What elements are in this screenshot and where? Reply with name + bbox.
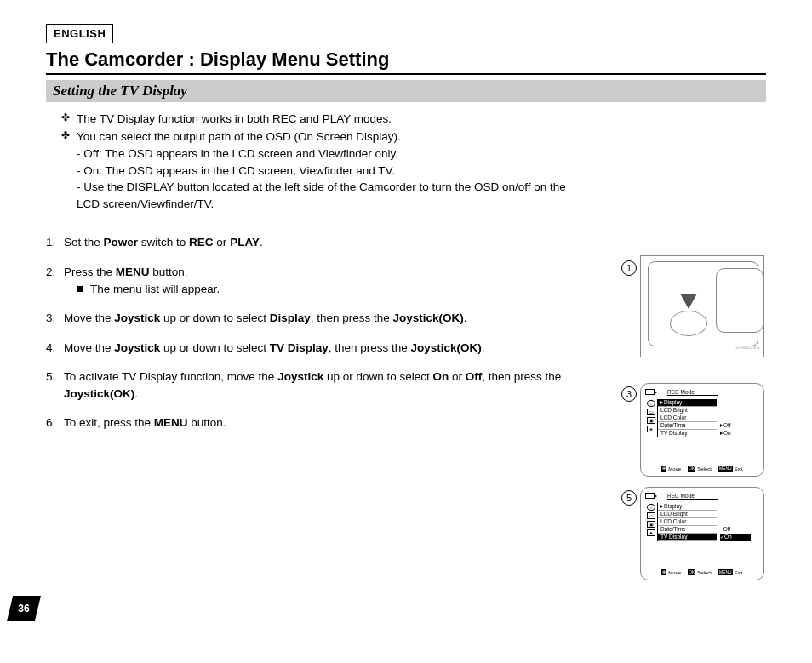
bullet-icon: ✤ xyxy=(61,111,77,125)
step-badge-5: 5 xyxy=(621,490,637,506)
bullet-text: The TV Display function works in both RE… xyxy=(77,111,392,128)
osd-item-display: Display xyxy=(658,503,717,511)
osd-item-tv-display: TV Display xyxy=(658,430,717,437)
figure-osd-3: 3 REC Mode ☼ ▭ ▣ ◈ Display LCD Bright LC… xyxy=(640,383,764,477)
osd-screen: REC Mode ☼ ▭ ▣ ◈ Display LCD Bright LCD … xyxy=(640,383,764,477)
osd-opt-on: ✓On xyxy=(720,534,751,541)
figure-camcorder: 1 SAMSUNG xyxy=(640,255,764,357)
step-badge-3: 3 xyxy=(621,386,637,402)
bullet-sub: - Off: The OSD appears in the LCD screen… xyxy=(61,146,591,163)
osd-footer: Move OKSelect MENUExit xyxy=(641,569,763,575)
bullet-text: You can select the output path of the OS… xyxy=(77,129,401,146)
osd-category-icons: ☼ ▭ ▣ ◈ xyxy=(645,503,657,541)
language-label: ENGLISH xyxy=(46,24,113,43)
bullet-icon: ✤ xyxy=(61,129,77,143)
osd-opt-on: On xyxy=(720,430,751,437)
step-badge-1: 1 xyxy=(621,260,637,276)
osd-menu-list: Display LCD Bright LCD Color Date/Time T… xyxy=(657,503,717,541)
osd-item-date-time: Date/Time xyxy=(658,526,717,534)
osd-item-tv-display: TV Display xyxy=(658,534,717,541)
gear-icon: ☼ xyxy=(647,400,655,407)
menu-icon: MENU xyxy=(718,466,733,472)
step-4: Move the Joystick up or down to select T… xyxy=(59,340,591,357)
osd-options: Off ✓On xyxy=(717,503,751,541)
osd-mode-label: REC Mode xyxy=(667,389,718,396)
down-arrow-icon xyxy=(680,294,697,309)
osd-mode-label: REC Mode xyxy=(667,493,718,500)
osd-opt-off: Off xyxy=(720,526,751,534)
ok-icon: OK xyxy=(688,569,695,575)
display-icon: ◈ xyxy=(647,426,655,432)
osd-category-icons: ☼ ▭ ▣ ◈ xyxy=(645,399,657,437)
ok-icon: OK xyxy=(688,466,695,472)
tape-icon: ▭ xyxy=(647,512,655,519)
osd-opt-off: Off xyxy=(720,422,751,430)
gear-icon: ☼ xyxy=(647,504,655,511)
osd-item-lcd-bright: LCD Bright xyxy=(658,407,717,414)
move-icon xyxy=(661,569,666,575)
menu-icon: MENU xyxy=(718,569,733,575)
content-body: ✤The TV Display function works in both R… xyxy=(46,111,591,432)
page-title: The Camcorder : Display Menu Setting xyxy=(46,49,766,75)
square-bullet-icon xyxy=(77,286,83,292)
osd-item-lcd-color: LCD Color xyxy=(658,414,717,422)
osd-item-display: Display xyxy=(658,399,717,407)
figure-osd-5: 5 REC Mode ☼ ▭ ▣ ◈ Display LCD Bright LC… xyxy=(640,487,764,580)
step-6: To exit, press the MENU button. xyxy=(59,414,591,432)
osd-screen: REC Mode ☼ ▭ ▣ ◈ Display LCD Bright LCD … xyxy=(640,487,764,580)
osd-footer: Move OKSelect MENUExit xyxy=(641,466,763,472)
bullet-sub: - On: The OSD appears in the LCD screen,… xyxy=(61,163,591,180)
osd-item-lcd-bright: LCD Bright xyxy=(658,511,717,518)
osd-item-date-time: Date/Time xyxy=(658,422,717,430)
camera-mode-icon xyxy=(645,493,655,499)
step-5: To activate TV Display function, move th… xyxy=(59,369,591,402)
display-icon: ◈ xyxy=(647,529,655,536)
osd-item-lcd-color: LCD Color xyxy=(658,518,717,526)
step-3: Move the Joystick up or down to select D… xyxy=(59,310,591,327)
bullet-sub: - Use the DISPLAY button located at the … xyxy=(61,179,591,212)
camera-icon: ▣ xyxy=(647,521,655,528)
step-1: Set the Power switch to REC or PLAY. xyxy=(59,234,591,251)
page-number-badge: 36 xyxy=(7,596,41,621)
section-subtitle: Setting the TV Display xyxy=(46,80,766,102)
camera-icon: ▣ xyxy=(647,417,655,424)
camera-mode-icon xyxy=(645,389,655,395)
osd-menu-list: Display LCD Bright LCD Color Date/Time T… xyxy=(657,399,717,437)
camcorder-illustration: SAMSUNG xyxy=(640,255,764,357)
move-icon xyxy=(661,466,666,472)
steps-list: Set the Power switch to REC or PLAY. Pre… xyxy=(46,234,591,432)
tape-icon: ▭ xyxy=(647,409,655,415)
osd-options: Off On xyxy=(717,399,751,437)
brand-label: SAMSUNG xyxy=(735,345,760,350)
step-2: Press the MENU button. The menu list wil… xyxy=(59,264,591,297)
